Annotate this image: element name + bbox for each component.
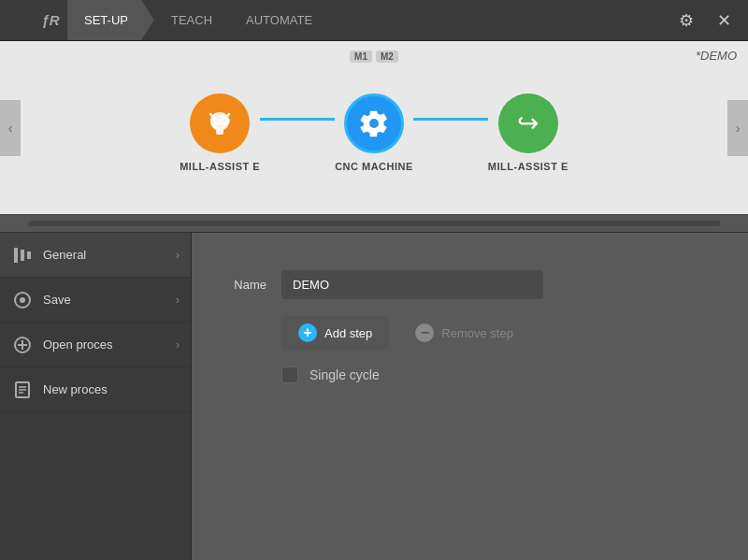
sidebar-item-label-open-proces: Open proces (43, 337, 176, 352)
workflow-node-1[interactable]: ↩ MILL-ASSIST E (180, 93, 260, 172)
name-input[interactable] (281, 270, 543, 299)
content-panel: Name + Add step − Remove step Single cyc… (192, 233, 748, 560)
main-content: General › Save › Open proces › (0, 233, 748, 560)
node-label-2: CNC MACHINE (335, 161, 413, 172)
remove-step-label: Remove step (441, 326, 513, 340)
node-circle-3: ↪ (498, 93, 558, 153)
sidebar-arrow-general: › (176, 249, 180, 262)
add-step-button[interactable]: + Add step (281, 316, 389, 350)
nav-tab-teach[interactable]: TEACH (154, 0, 229, 40)
nav-tab-waveform[interactable] (0, 0, 34, 40)
node-label-3: MILL-ASSIST E (488, 161, 568, 172)
add-step-icon: + (298, 323, 317, 342)
workflow-node-2[interactable]: CNC MACHINE (335, 93, 413, 172)
open-proces-icon (11, 337, 34, 353)
node-label-1: MILL-ASSIST E (180, 161, 260, 172)
svg-rect-0 (14, 248, 18, 263)
workflow-node-3[interactable]: ↪ MILL-ASSIST E (488, 93, 568, 172)
sidebar-arrow-open-proces: › (176, 338, 180, 352)
horizontal-scrollbar[interactable] (28, 221, 720, 226)
save-icon (11, 292, 34, 309)
svg-rect-1 (21, 250, 24, 261)
connector-2 (413, 118, 488, 121)
top-navigation: ƒR SET-UP TEACH AUTOMATE ⚙ ✕ (0, 0, 748, 41)
sidebar-item-save[interactable]: Save › (0, 278, 191, 323)
new-proces-icon (11, 381, 34, 398)
nav-tab-setup[interactable]: SET-UP (67, 0, 154, 40)
svg-rect-2 (27, 251, 31, 259)
close-button[interactable]: ✕ (707, 4, 741, 37)
workflow: ↩ MILL-ASSIST E CNC MACHINE ↪ MILL-ASSIS… (180, 93, 568, 172)
badge-m1: M1 (350, 50, 372, 63)
add-step-label: Add step (324, 326, 372, 340)
scrollbar-area (0, 214, 748, 233)
scroll-left-button[interactable]: ‹ (0, 100, 21, 156)
name-form-row: Name (220, 270, 720, 299)
sidebar: General › Save › Open proces › (0, 233, 192, 560)
sidebar-arrow-save: › (176, 294, 180, 307)
connector-1 (260, 118, 335, 121)
button-row: + Add step − Remove step (220, 316, 720, 350)
node-circle-2 (344, 93, 404, 153)
sidebar-item-label-general: General (43, 248, 176, 262)
sidebar-item-label-new-proces: New proces (43, 382, 180, 396)
nav-tab-automate[interactable]: AUTOMATE (229, 0, 329, 40)
general-icon (11, 248, 34, 263)
scroll-right-button[interactable]: › (727, 100, 748, 156)
svg-point-4 (20, 297, 25, 303)
node-circle-1: ↩ (190, 93, 250, 153)
sidebar-item-new-proces[interactable]: New proces (0, 367, 191, 412)
single-cycle-label: Single cycle (309, 367, 380, 382)
sidebar-item-open-proces[interactable]: Open proces › (0, 323, 191, 367)
remove-step-icon: − (415, 323, 434, 342)
name-label: Name (220, 278, 266, 292)
demo-label: *DEMO (696, 49, 737, 63)
module-badges: M1 M2 (350, 50, 398, 63)
diagram-area: *DEMO M1 M2 ↩ MILL-ASSIST E (0, 41, 748, 214)
badge-m2: M2 (376, 50, 398, 63)
single-cycle-checkbox[interactable] (281, 366, 298, 383)
sidebar-item-general[interactable]: General › (0, 233, 191, 278)
single-cycle-row: Single cycle (220, 366, 720, 383)
settings-button[interactable]: ⚙ (669, 4, 703, 37)
remove-step-button[interactable]: − Remove step (404, 316, 525, 350)
sidebar-item-label-save: Save (43, 293, 176, 307)
nav-tools: ⚙ ✕ (669, 4, 748, 37)
nav-tab-robot[interactable]: ƒR (34, 0, 67, 40)
